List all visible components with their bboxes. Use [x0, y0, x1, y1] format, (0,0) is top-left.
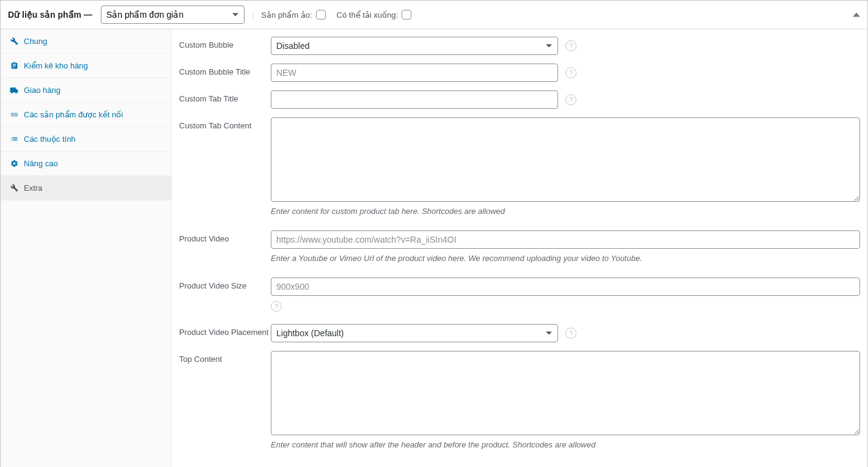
- label-custom-bubble: Custom Bubble: [179, 37, 271, 50]
- virtual-checkbox[interactable]: [316, 10, 326, 20]
- label-custom-bubble-title: Custom Bubble Title: [179, 64, 271, 76]
- wrench-icon: [9, 184, 19, 192]
- field-product-video: Product Video Enter a Youtube or Vimeo U…: [179, 230, 860, 263]
- custom-tab-title-input[interactable]: [271, 90, 558, 109]
- field-product-video-size: Product Video Size ?: [179, 278, 860, 312]
- list-icon: [9, 135, 19, 143]
- field-custom-bubble-title: Custom Bubble Title ?: [179, 64, 860, 82]
- product-type-select[interactable]: Sản phẩm đơn giản: [101, 6, 245, 24]
- panel-header: Dữ liệu sản phẩm — Sản phẩm đơn giản | S…: [1, 1, 867, 29]
- top-content-textarea[interactable]: [271, 351, 860, 435]
- link-icon: [9, 111, 19, 119]
- help-icon[interactable]: ?: [271, 301, 282, 312]
- product-tabs: Chung Kiểm kê kho hàng Giao hàng Các sản…: [1, 29, 172, 467]
- collapse-panel-toggle[interactable]: [853, 13, 860, 17]
- field-custom-tab-content: Custom Tab Content Enter content for cus…: [179, 117, 860, 216]
- description-custom-tab-content: Enter content for custom product tab her…: [271, 207, 860, 216]
- divider: |: [252, 10, 254, 20]
- tab-shipping[interactable]: Giao hàng: [1, 78, 171, 103]
- label-product-video-placement: Product Video Placement: [179, 324, 271, 337]
- gear-icon: [9, 160, 19, 167]
- tab-label: Nâng cao: [24, 159, 58, 168]
- tab-label: Kiểm kê kho hàng: [24, 61, 88, 70]
- help-icon[interactable]: ?: [565, 40, 576, 51]
- label-custom-tab-title: Custom Tab Title: [179, 90, 271, 103]
- tab-advanced[interactable]: Nâng cao: [1, 152, 171, 176]
- panel-title: Dữ liệu sản phẩm —: [8, 10, 92, 20]
- virtual-checkbox-wrapper: Sản phẩm ảo:: [261, 10, 325, 20]
- tab-panel-extra: Custom Bubble Disabled ? Custom Bubble T…: [172, 29, 867, 467]
- tab-label: Giao hàng: [24, 86, 61, 95]
- label-product-video-size: Product Video Size: [179, 278, 271, 290]
- field-custom-tab-title: Custom Tab Title ?: [179, 90, 860, 109]
- truck-icon: [9, 86, 19, 95]
- tab-label: Chung: [24, 37, 47, 46]
- tab-label: Các thuộc tính: [24, 134, 76, 144]
- label-custom-tab-content: Custom Tab Content: [179, 117, 271, 130]
- help-icon[interactable]: ?: [565, 328, 576, 339]
- downloadable-checkbox-wrapper: Có thể tải xuống:: [337, 10, 412, 20]
- product-video-input[interactable]: [271, 230, 860, 249]
- tab-linked-products[interactable]: Các sản phẩm được kết nối: [1, 103, 171, 127]
- tab-extra[interactable]: Extra: [1, 176, 171, 200]
- panel-body: Chung Kiểm kê kho hàng Giao hàng Các sản…: [1, 29, 867, 467]
- clipboard-icon: [9, 62, 19, 70]
- tab-general[interactable]: Chung: [1, 29, 171, 54]
- wrench-icon: [9, 37, 19, 45]
- tab-label: Các sản phẩm được kết nối: [24, 110, 123, 119]
- virtual-label: Sản phẩm ảo:: [261, 10, 312, 20]
- label-top-content: Top Content: [179, 351, 271, 364]
- tab-label: Extra: [24, 183, 42, 193]
- custom-bubble-select[interactable]: Disabled: [271, 37, 558, 55]
- product-video-placement-select[interactable]: Lightbox (Default): [271, 324, 558, 342]
- product-data-panel: Dữ liệu sản phẩm — Sản phẩm đơn giản | S…: [0, 0, 868, 467]
- field-custom-bubble: Custom Bubble Disabled ?: [179, 37, 860, 55]
- downloadable-label: Có thể tải xuống:: [337, 10, 399, 20]
- custom-tab-content-textarea[interactable]: [271, 117, 860, 202]
- downloadable-checkbox[interactable]: [402, 10, 411, 20]
- label-product-video: Product Video: [179, 230, 271, 243]
- help-icon[interactable]: ?: [565, 67, 576, 78]
- tab-attributes[interactable]: Các thuộc tính: [1, 127, 171, 152]
- product-video-size-input[interactable]: [271, 278, 860, 296]
- custom-bubble-title-input[interactable]: [271, 64, 558, 82]
- field-product-video-placement: Product Video Placement Lightbox (Defaul…: [179, 324, 860, 342]
- field-top-content: Top Content Enter content that will show…: [179, 351, 860, 449]
- description-top-content: Enter content that will show after the h…: [271, 440, 860, 449]
- description-product-video: Enter a Youtube or Vimeo Url of the prod…: [271, 254, 860, 263]
- help-icon[interactable]: ?: [565, 94, 576, 105]
- tab-inventory[interactable]: Kiểm kê kho hàng: [1, 54, 171, 78]
